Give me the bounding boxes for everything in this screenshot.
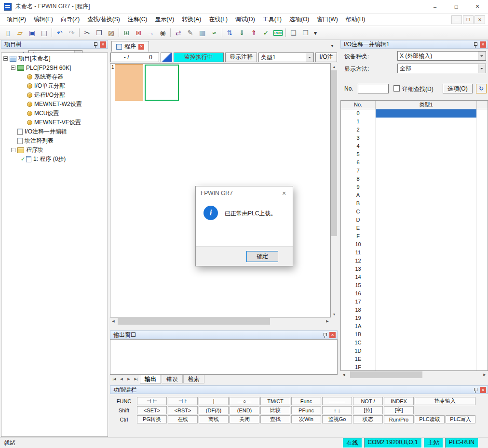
io-table-row[interactable]: 12 [341,257,488,265]
io-comment-cell[interactable] [376,330,477,339]
io-table-row[interactable]: E [341,224,488,232]
function-key[interactable]: 在线 [168,415,198,423]
toolbar-more-icon[interactable]: ▾ [312,27,319,39]
io-table-row[interactable]: 4 [341,142,488,150]
io-table-row[interactable]: 1E [341,355,488,363]
function-key[interactable]: TM/CT [260,397,290,405]
io-comment-cell[interactable] [376,118,477,126]
io-table-row[interactable]: 1B [341,330,488,339]
io-comment-cell[interactable] [376,273,477,281]
tree-node[interactable]: 项目[未命名] [1,54,108,63]
function-key[interactable]: <RST> [168,406,198,414]
io-table-row[interactable]: A [341,191,488,199]
tree-node[interactable]: MEWNET-W2设置 [1,100,108,109]
io-comment-cell[interactable] [376,191,477,199]
tree-node[interactable]: 系统寄存器 [1,72,108,81]
run-mode-icon[interactable]: RUN [272,27,284,39]
show-comment-button[interactable]: 显示注释 [225,53,257,62]
device-type-select[interactable]: X (外部输入) [397,51,486,61]
menu-item[interactable]: 在线(L) [205,14,231,25]
io-comment-cell[interactable] [376,347,477,355]
display-method-select[interactable]: 全部 [397,64,486,73]
plc-write-icon[interactable]: ⇑ [248,27,260,39]
close-panel-icon[interactable]: ✕ [480,387,486,393]
function-key[interactable]: PLC写入 [446,415,475,423]
io-comment-cell[interactable] [376,109,477,118]
function-key[interactable]: [位] [353,406,383,414]
io-comment-cell[interactable] [376,134,477,142]
ok-button[interactable]: 确定 [246,251,278,262]
io-comment-cell[interactable] [376,290,477,298]
output-tab[interactable]: 输出 [140,375,161,383]
io-comment-cell[interactable] [376,363,477,371]
print-icon[interactable]: ▤ [38,27,50,39]
options-button[interactable]: 选项(O) [443,84,473,93]
function-key[interactable]: Shift [112,406,136,414]
function-key[interactable]: ——— [322,397,352,405]
pin-icon[interactable] [473,41,478,48]
find-icon[interactable]: ◉ [157,27,169,39]
tree-node[interactable]: 远程I/O分配 [1,91,108,100]
io-table-row[interactable]: 11 [341,249,488,257]
io-comment-cell[interactable] [376,232,477,240]
io-table-row[interactable]: 1 [341,118,488,126]
convert-icon[interactable]: ⇄ [172,27,184,39]
scroll-up-icon[interactable]: ▲ [331,63,338,70]
scroll-right-icon[interactable]: ▶ [324,318,331,325]
refresh-button[interactable]: ↻ [476,84,487,93]
monitor-status-indicator[interactable]: 监控执行中 [174,53,223,62]
menu-item[interactable]: 选项(O) [285,14,313,25]
pin-icon[interactable] [473,387,478,393]
io-comment-cell[interactable] [376,167,477,175]
function-key[interactable]: ⊣ ⊢ [137,397,167,405]
function-key[interactable]: 离线 [199,415,229,423]
minimize-button[interactable]: – [424,0,446,13]
function-key[interactable]: ⊣ ⊦ [168,397,198,405]
io-table-row[interactable]: 1D [341,347,488,355]
io-table-row[interactable]: 8 [341,175,488,183]
io-table-row[interactable]: B [341,199,488,208]
scrollbar-thumb[interactable] [350,371,422,378]
save-icon[interactable]: ▣ [26,27,38,39]
io-table-row[interactable]: 10 [341,240,488,249]
io-table-row[interactable]: D [341,216,488,224]
io-table-row[interactable]: 0 [341,109,488,118]
io-table-row[interactable]: C [341,208,488,216]
dialog-close-icon[interactable]: ✕ [275,186,293,200]
menu-item[interactable]: 窗口(W) [313,14,341,25]
scrollbar-thumb[interactable] [331,70,337,236]
io-comment-cell[interactable] [376,216,477,224]
new-file-icon[interactable]: ▯ [2,27,14,39]
maximize-button[interactable]: □ [446,0,467,13]
function-key[interactable]: PFunc [291,406,321,414]
delete-icon[interactable]: ⊠ [133,27,145,39]
tab-list-button[interactable]: ▼ [328,42,336,50]
io-table-row[interactable]: 19 [341,314,488,322]
scroll-left-icon[interactable]: ◀ [110,318,117,325]
function-key[interactable]: (DF(/)) [199,406,229,414]
function-key[interactable]: 次Win [291,415,321,423]
function-key[interactable]: [字] [384,406,414,414]
tree-node[interactable]: 块注释列表 [1,136,108,145]
io-table-row[interactable]: 1C [341,339,488,347]
io-table-row[interactable]: 1A [341,322,488,330]
comment-type-select[interactable]: 类型1 [258,53,314,62]
function-key[interactable]: NOT / [353,397,383,405]
function-key[interactable]: PG转换 [137,415,167,423]
insert-icon[interactable]: ⊞ [121,27,133,39]
function-key[interactable]: Func [291,397,321,405]
function-key[interactable]: 指令输入 [415,397,475,405]
io-comment-cell[interactable] [376,249,477,257]
no-search-input[interactable] [358,84,389,93]
output-nav-button[interactable]: ▶| [133,376,139,382]
io-table-row[interactable]: 5 [341,150,488,158]
function-key[interactable]: ｜ [199,397,229,405]
io-table-row[interactable]: F [341,232,488,240]
ladder-edit-cell[interactable] [145,65,179,101]
tab-program[interactable]: 程序 ✕ [111,41,149,52]
menu-item[interactable]: 工具(T) [259,14,285,25]
mdi-restore-button[interactable]: ❐ [463,15,474,24]
io-table-row[interactable]: 17 [341,298,488,306]
comment-icon[interactable]: ✎ [184,27,196,39]
io-comment-cell[interactable] [376,257,477,265]
